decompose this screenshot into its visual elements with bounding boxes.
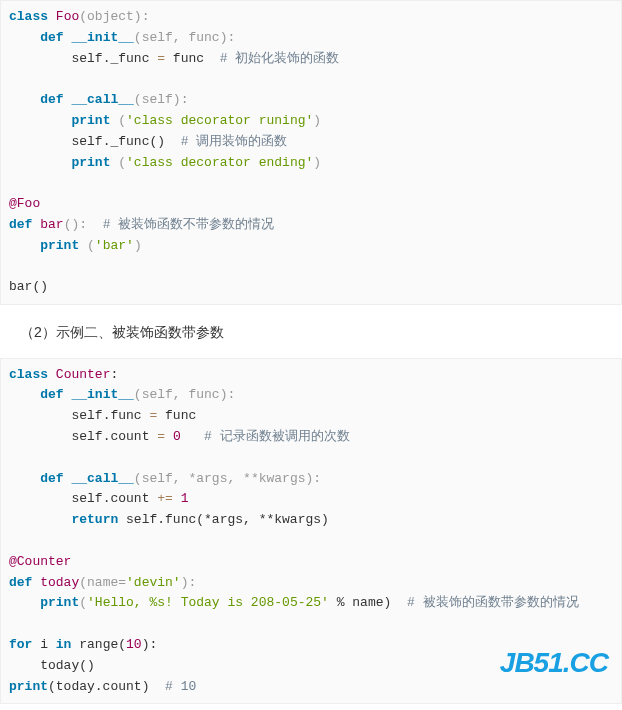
kw-def: def	[40, 30, 63, 45]
call-bar: bar()	[9, 279, 48, 294]
cls-counter: Counter	[56, 367, 111, 382]
fn-today: today	[40, 575, 79, 590]
fn-call: __call__	[71, 92, 133, 107]
decorator-foo: @Foo	[9, 196, 40, 211]
code-block-1: class Foo(object): def __init__(self, fu…	[0, 0, 622, 305]
code-block-2: class Counter: def __init__(self, func):…	[0, 358, 622, 705]
indent	[9, 30, 40, 45]
comment: # 初始化装饰的函数	[220, 51, 340, 66]
section-heading: （2）示例二、被装饰函数带参数	[0, 305, 622, 357]
fn-init: __init__	[71, 30, 133, 45]
decorator-counter: @Counter	[9, 554, 71, 569]
cls-foo: Foo	[56, 9, 79, 24]
fn-bar: bar	[40, 217, 63, 232]
paren: (object):	[79, 9, 149, 24]
kw-class: class	[9, 9, 48, 24]
